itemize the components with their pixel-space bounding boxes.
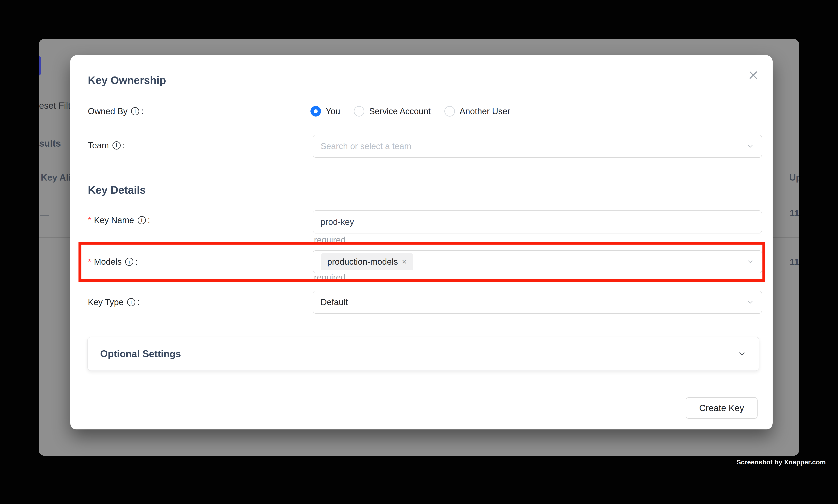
- team-select[interactable]: Search or select a team: [313, 135, 762, 158]
- radio-selected-icon[interactable]: [310, 106, 321, 116]
- remove-tag-icon[interactable]: ×: [402, 258, 407, 266]
- owned-by-radio-group: You Service Account Another User: [310, 105, 510, 117]
- key-name-label: Key Name: [94, 215, 134, 225]
- radio-option-label: Service Account: [369, 106, 431, 116]
- info-icon[interactable]: i: [112, 141, 121, 149]
- table-row-cell: 11/: [790, 208, 799, 218]
- table-row-cell: —: [40, 258, 49, 268]
- info-icon[interactable]: i: [127, 298, 135, 306]
- table-row-cell: —: [40, 209, 49, 220]
- column-header-updated: Up: [789, 172, 799, 183]
- colon: :: [137, 297, 140, 307]
- optional-settings-panel[interactable]: Optional Settings: [87, 337, 759, 371]
- selected-model-tag-label: production-models: [327, 257, 398, 267]
- create-key-button[interactable]: Create Key: [686, 397, 757, 419]
- chevron-down-icon: [737, 349, 746, 358]
- reset-filters-button-partial: eset Filt: [39, 100, 70, 111]
- section-title-key-details: Key Details: [88, 184, 146, 196]
- key-name-label-row: * Key Name i :: [88, 214, 150, 226]
- radio-option-you[interactable]: You: [310, 106, 340, 116]
- required-asterisk: *: [88, 215, 91, 225]
- radio-option-service-account[interactable]: Service Account: [354, 106, 431, 116]
- create-key-modal: Key Ownership Owned By i : You Service A…: [70, 55, 772, 429]
- results-count-partial: sults: [39, 138, 61, 149]
- key-name-value: prod-key: [321, 217, 354, 227]
- team-select-placeholder: Search or select a team: [321, 141, 411, 151]
- key-type-label-row: Key Type i :: [88, 296, 140, 308]
- info-icon[interactable]: i: [131, 107, 139, 115]
- models-validation-message: required: [314, 272, 345, 282]
- radio-unselected-icon[interactable]: [354, 106, 364, 116]
- key-type-select[interactable]: Default: [313, 291, 762, 314]
- selected-model-tag: production-models ×: [321, 253, 413, 270]
- required-asterisk: *: [88, 257, 91, 267]
- chevron-down-icon: [746, 142, 754, 150]
- close-icon: [748, 70, 759, 80]
- radio-option-label: Another User: [460, 106, 510, 116]
- section-title-key-ownership: Key Ownership: [88, 74, 166, 87]
- owned-by-label-row: Owned By i :: [88, 105, 143, 117]
- colon: :: [123, 141, 125, 150]
- radio-option-another-user[interactable]: Another User: [444, 106, 510, 116]
- primary-button-partial: [39, 56, 41, 75]
- team-label: Team: [88, 141, 109, 150]
- colon: :: [148, 215, 150, 225]
- key-type-value: Default: [321, 297, 348, 307]
- screenshot-canvas: eset Filt sults Key Alia Up — 11/ — 11/ …: [0, 0, 838, 504]
- radio-unselected-icon[interactable]: [444, 106, 455, 116]
- info-icon[interactable]: i: [138, 216, 146, 224]
- team-label-row: Team i :: [88, 139, 125, 151]
- owned-by-label: Owned By: [88, 106, 127, 116]
- chevron-down-icon: [746, 298, 754, 306]
- info-icon[interactable]: i: [125, 258, 133, 266]
- models-multiselect[interactable]: production-models ×: [313, 250, 762, 273]
- filter-bar-divider-bottom: [39, 117, 72, 117]
- key-name-validation-message: required: [314, 235, 345, 245]
- filter-bar-divider-top: [39, 95, 72, 95]
- models-label-row: * Models i :: [88, 256, 138, 268]
- key-name-input[interactable]: prod-key: [313, 211, 762, 233]
- colon: :: [141, 106, 143, 116]
- models-label: Models: [94, 257, 122, 267]
- chevron-down-icon: [746, 258, 754, 266]
- key-type-label: Key Type: [88, 297, 124, 307]
- radio-option-label: You: [326, 106, 340, 116]
- close-button[interactable]: [747, 69, 760, 82]
- optional-settings-title: Optional Settings: [100, 348, 181, 360]
- colon: :: [135, 257, 138, 267]
- watermark: Screenshot by Xnapper.com: [736, 458, 826, 466]
- table-row-cell: 11/: [790, 257, 799, 267]
